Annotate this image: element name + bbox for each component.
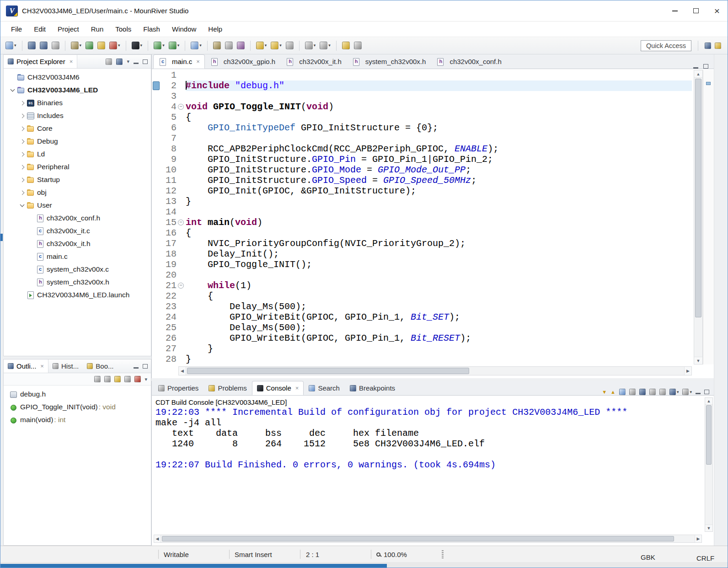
editor-tab-system-ch32v00x-h[interactable]: system_ch32v00x.h <box>347 54 431 69</box>
code-line[interactable]: 5{ <box>152 112 692 123</box>
tree-item-ch32v003j4m6-led-launch[interactable]: CH32V003J4M6_LED.launch <box>4 289 151 301</box>
link-with-editor-button[interactable] <box>116 59 123 65</box>
tree-item-ch32v00x-it-h[interactable]: ch32v00x_it.h <box>4 237 151 250</box>
code-line[interactable]: 8 RCC_APB2PeriphClockCmd(RCC_APB2Periph_… <box>152 144 692 154</box>
code-line[interactable]: 1 <box>152 70 692 80</box>
editor-horizontal-scrollbar[interactable]: ◀ ▶ <box>178 366 692 375</box>
next-annotation-button[interactable]: ▾ <box>304 41 317 50</box>
menu-help[interactable]: Help <box>202 23 228 35</box>
gutter-annotation-column[interactable] <box>152 70 161 80</box>
menu-flash[interactable]: Flash <box>137 23 166 35</box>
tree-expand-arrow-icon[interactable] <box>18 150 26 158</box>
maximize-view-icon[interactable] <box>143 59 148 64</box>
mark-occurrences-button[interactable] <box>341 41 351 50</box>
open-element-button[interactable] <box>212 41 222 50</box>
tree-item-main-c[interactable]: main.c <box>4 250 151 263</box>
console-tab-search[interactable]: Search <box>304 381 345 395</box>
save-button[interactable] <box>27 41 37 50</box>
gutter-annotation-column[interactable] <box>152 364 161 365</box>
gutter-annotation-column[interactable] <box>152 312 161 322</box>
code-line[interactable]: 19 GPIO_Toggle_INIT(); <box>152 259 692 270</box>
maximize-view-icon[interactable] <box>703 64 708 69</box>
tree-expand-arrow-icon[interactable] <box>18 188 26 197</box>
last-edit-location-button[interactable] <box>284 41 295 50</box>
gutter-annotation-column[interactable] <box>152 165 161 175</box>
c-cpp-perspective-button[interactable] <box>715 43 721 49</box>
close-window-button[interactable]: × <box>707 0 728 21</box>
dropdown-arrow-icon[interactable]: ▾ <box>199 43 202 48</box>
debug-button[interactable]: ▾ <box>152 41 166 50</box>
tree-item-system-ch32v00x-h[interactable]: system_ch32v00x.h <box>4 276 151 289</box>
dropdown-arrow-icon[interactable]: ▾ <box>177 43 180 48</box>
view-menu-icon[interactable]: ▾ <box>127 59 129 64</box>
fold-collapse-icon[interactable]: − <box>178 283 184 289</box>
outline-tab-outli[interactable]: Outli...× <box>4 359 48 373</box>
gutter-annotation-column[interactable] <box>152 123 161 133</box>
console-tab-properties[interactable]: Properties <box>153 381 203 395</box>
code-line[interactable]: 3 <box>152 91 692 102</box>
code-line[interactable]: 15−int main(void) <box>152 217 692 228</box>
code-line[interactable]: 6 GPIO_InitTypeDef GPIO_InitStructure = … <box>152 123 692 133</box>
show-whitespace-button[interactable] <box>353 41 363 50</box>
next-error-icon[interactable]: ▼ <box>602 390 607 395</box>
gutter-annotation-column[interactable] <box>152 270 161 280</box>
code-line[interactable]: 28} <box>152 354 692 364</box>
back-button[interactable]: ▾ <box>255 41 268 50</box>
gutter-annotation-column[interactable] <box>152 102 161 112</box>
download-button[interactable] <box>84 41 95 50</box>
tree-expand-arrow-icon[interactable] <box>18 201 26 209</box>
status-grip[interactable] <box>442 550 444 558</box>
gutter-annotation-column[interactable] <box>152 175 161 186</box>
build-button[interactable]: ▾ <box>70 41 83 50</box>
editor-tab-ch32v00x-gpio-h[interactable]: ch32v00x_gpio.h <box>205 54 280 69</box>
dropdown-arrow-icon[interactable]: ▾ <box>80 43 82 48</box>
code-line[interactable]: 14 <box>152 207 692 217</box>
minimize-view-icon[interactable] <box>134 63 139 64</box>
code-line[interactable]: 4−void GPIO_Toggle_INIT(void) <box>152 102 692 112</box>
tree-expand-arrow-icon[interactable] <box>18 99 26 107</box>
tree-item-system-ch32v00x-c[interactable]: system_ch32v00x.c <box>4 263 151 276</box>
gutter-annotation-column[interactable] <box>152 186 161 196</box>
gutter-annotation-column[interactable] <box>152 228 161 238</box>
code-line[interactable]: 18 Delay_Init(); <box>152 249 692 259</box>
editor-vertical-scrollbar[interactable]: ▲ ▼ <box>694 70 703 364</box>
tree-item-peripheral[interactable]: Peripheral <box>4 161 151 173</box>
console-horizontal-scrollbar[interactable]: ◀ ▶ <box>154 535 702 543</box>
status-encoding[interactable]: GBK <box>641 552 655 562</box>
scroll-down-icon[interactable]: ▼ <box>705 525 712 531</box>
gutter-annotation-column[interactable] <box>152 154 161 165</box>
close-tab-icon[interactable]: × <box>295 385 299 391</box>
save-all-button[interactable] <box>38 41 49 50</box>
console-tab-console[interactable]: Console× <box>252 381 304 395</box>
console-vertical-scrollbar[interactable]: ▲ ▼ <box>705 397 713 532</box>
outline-item-main-void[interactable]: main(void) : int <box>4 413 151 426</box>
tree-item-debug[interactable]: Debug <box>4 135 151 148</box>
display-selected-console-button[interactable]: ▾ <box>669 389 679 395</box>
gutter-annotation-column[interactable] <box>152 133 161 144</box>
gutter-annotation-column[interactable] <box>152 196 161 207</box>
tree-item-ld[interactable]: Ld <box>4 148 151 161</box>
outline-tab-hist[interactable]: Hist... <box>48 359 83 373</box>
code-line[interactable]: 26 GPIO_WriteBit(GPIOC, GPIO_Pin_1, Bit_… <box>152 333 692 343</box>
minimize-view-icon[interactable] <box>134 367 139 369</box>
scroll-left-icon[interactable]: ◀ <box>179 367 186 375</box>
dropdown-arrow-icon[interactable]: ▾ <box>328 43 331 48</box>
tree-expand-arrow-icon[interactable] <box>18 137 26 145</box>
view-menu-icon[interactable]: ▾ <box>145 377 147 382</box>
gutter-annotation-column[interactable] <box>152 207 161 217</box>
dropdown-arrow-icon[interactable]: ▾ <box>265 43 267 48</box>
scrollbar-thumb[interactable] <box>187 368 469 374</box>
tree-expand-arrow-icon[interactable] <box>18 124 26 133</box>
minimized-view-marker[interactable] <box>0 234 3 241</box>
clear-console-button[interactable] <box>649 389 656 395</box>
dropdown-arrow-icon[interactable]: ▾ <box>14 43 16 48</box>
maximize-view-icon[interactable] <box>704 390 709 394</box>
collapse-all-button[interactable] <box>94 376 101 382</box>
sort-button[interactable] <box>104 376 111 382</box>
tree-item-includes[interactable]: Includes <box>4 109 151 122</box>
code-line[interactable]: 29 <box>152 364 692 365</box>
gutter-annotation-column[interactable] <box>152 259 161 270</box>
overview-ruler[interactable] <box>703 70 714 364</box>
project-explorer-tab[interactable]: Project Explorer × <box>4 55 77 68</box>
word-wrap-button[interactable] <box>639 389 646 395</box>
